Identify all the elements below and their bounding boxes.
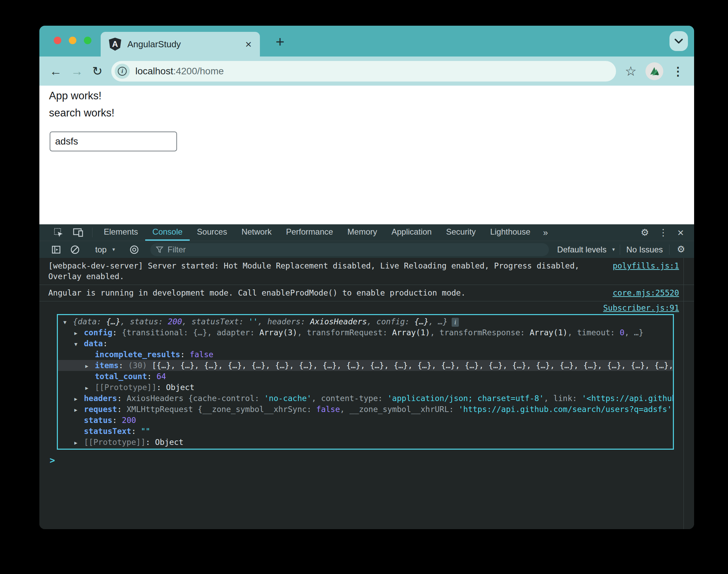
new-tab-button[interactable]: + [276, 33, 285, 50]
object-segment: : [180, 350, 190, 359]
minimize-window-button[interactable] [69, 37, 76, 44]
object-segment: , transformResponse: [430, 328, 530, 337]
object-segment: AxiosHeaders {cache-control: [127, 394, 264, 403]
more-tabs-chevron[interactable]: » [538, 224, 553, 241]
context-dropdown-arrow-icon: ▼ [111, 247, 116, 252]
console-object-line[interactable]: ▶config: {transitional: {…}, adapter: Ar… [58, 327, 673, 338]
close-window-button[interactable] [54, 37, 61, 44]
console-object-line[interactable]: incomplete_results: false [58, 349, 673, 360]
filter-input[interactable] [167, 245, 543, 254]
caret-right-icon[interactable]: ▶ [72, 437, 84, 448]
console-object-line[interactable]: ▶[[Prototype]]: Object [58, 382, 673, 393]
devtools-tab-memory[interactable]: Memory [340, 224, 385, 241]
object-segment: total_count [95, 372, 147, 381]
back-icon[interactable]: ← [50, 65, 62, 77]
console-object-line[interactable]: status: 200 [58, 415, 673, 426]
object-segment: [{…}, {…}, {…}, {…}, {…}, {…}, {…}, {…},… [152, 361, 673, 370]
devtools-tab-elements[interactable]: Elements [97, 224, 145, 241]
devtools-tab-sources[interactable]: Sources [190, 224, 234, 241]
devtools-tab-network[interactable]: Network [234, 224, 279, 241]
console-filter-box[interactable] [150, 243, 549, 256]
profile-avatar[interactable] [645, 62, 663, 80]
url-path: :4200/home [173, 66, 224, 76]
console-message-angular: Angular is running in development mode. … [39, 285, 694, 301]
source-link[interactable]: polyfills.js:1 [613, 261, 679, 271]
scrollbar-track[interactable] [683, 258, 684, 529]
live-expression-eye-icon[interactable] [124, 245, 144, 254]
tab-strip: A AngularStudy × + [39, 26, 694, 57]
devtools-tab-security[interactable]: Security [439, 224, 483, 241]
address-bar[interactable]: i localhost:4200/home [111, 61, 616, 82]
devtools-tab-console[interactable]: Console [145, 224, 190, 241]
object-segment: request [84, 405, 117, 414]
object-segment: XMLHttpRequest {__zone_symbol__xhrSync: [127, 405, 316, 414]
caret-right-icon[interactable]: ▶ [72, 404, 84, 415]
filter-funnel-icon [156, 246, 163, 253]
tab-search-button[interactable] [669, 31, 688, 51]
browser-tab[interactable]: A AngularStudy × [101, 32, 260, 57]
object-segment: , link: [544, 394, 582, 403]
devtools-menu-dots-icon[interactable]: ⋮ [655, 228, 671, 237]
object-segment: 200 [168, 317, 182, 326]
console-message-object: Subscriber.js:91 ▼{data: {…}, status: 20… [39, 301, 694, 450]
caret-down-icon[interactable]: ▼ [61, 317, 73, 327]
page-content: App works! search works! [39, 86, 694, 224]
site-info-button[interactable]: i [115, 64, 130, 79]
caret-right-icon[interactable]: ▶ [72, 328, 84, 338]
object-segment: "" [141, 427, 150, 436]
object-segment: '<https://api.github.com/s [582, 394, 673, 403]
device-toolbar-icon[interactable] [68, 224, 88, 241]
bookmark-star-icon[interactable]: ☆ [625, 64, 637, 79]
console-sidebar-toggle-icon[interactable] [47, 245, 65, 254]
console-object-line[interactable]: statusText: "" [58, 426, 673, 437]
devtools-settings-gear-icon[interactable]: ⚙ [637, 228, 652, 237]
console-toolbar-right: Default levels ▼ No Issues ⚙ [555, 241, 689, 258]
console-object-line[interactable]: total_count: 64 [58, 371, 673, 382]
object-segment: Array(1) [530, 328, 568, 337]
console-prompt-chevron[interactable]: > [39, 450, 694, 465]
object-segment: Array(1) [392, 328, 430, 337]
caret-right-icon[interactable]: ▶ [83, 361, 95, 371]
devtools-close-icon[interactable]: × [674, 227, 687, 238]
console-object-line[interactable]: ▶[[Prototype]]: Object [58, 437, 673, 448]
caret-down-icon[interactable]: ▼ [72, 339, 84, 349]
console-object-line[interactable]: ▼{data: {…}, status: 200, statusText: ''… [58, 316, 673, 327]
console-object-line[interactable]: ▶request: XMLHttpRequest {__zone_symbol_… [58, 404, 673, 415]
clear-console-icon[interactable] [65, 245, 85, 254]
object-segment: false [316, 405, 340, 414]
angular-favicon-icon: A [109, 38, 121, 51]
object-segment: Array(3) [259, 328, 297, 337]
devtools-panel: ElementsConsoleSourcesNetworkPerformance… [39, 224, 694, 529]
console-settings-gear-icon[interactable]: ⚙ [674, 245, 689, 254]
object-segment: : [103, 339, 108, 348]
log-levels-selector[interactable]: Default levels [555, 245, 608, 254]
object-segment: , transformRequest: [297, 328, 392, 337]
console-object-line[interactable]: ▼data: [58, 338, 673, 349]
context-selector[interactable]: top [93, 245, 109, 254]
search-input[interactable] [50, 132, 177, 151]
zoom-window-button[interactable] [84, 37, 91, 44]
console-object-line[interactable]: ▶items: (30) [{…}, {…}, {…}, {…}, {…}, {… [58, 360, 673, 371]
devtools-tab-application[interactable]: Application [384, 224, 439, 241]
browser-menu-icon[interactable]: ⋮ [672, 64, 684, 78]
reload-icon[interactable]: ↻ [92, 65, 102, 77]
object-segment: 200 [122, 416, 136, 425]
issues-counter[interactable]: No Issues [624, 245, 665, 254]
divider [92, 228, 92, 237]
caret-right-icon[interactable]: ▶ [72, 394, 84, 404]
forward-icon[interactable]: → [71, 65, 83, 77]
caret-right-icon[interactable]: ▶ [83, 383, 95, 393]
inspect-element-icon[interactable] [49, 224, 68, 241]
object-segment: AxiosHeaders [310, 317, 367, 326]
devtools-tab-performance[interactable]: Performance [279, 224, 340, 241]
console-object-line[interactable]: ▶headers: AxiosHeaders {cache-control: '… [58, 393, 673, 404]
object-segment: false [190, 350, 213, 359]
source-link[interactable]: core.mjs:25520 [613, 288, 679, 298]
tab-close-icon[interactable]: × [245, 39, 252, 50]
devtools-tabbar: ElementsConsoleSourcesNetworkPerformance… [39, 224, 694, 241]
object-segment: : [112, 328, 122, 337]
url-text: localhost:4200/home [135, 66, 224, 77]
levels-dropdown-arrow-icon: ▼ [611, 247, 616, 252]
source-link[interactable]: Subscriber.js:91 [603, 303, 679, 313]
devtools-tab-lighthouse[interactable]: Lighthouse [483, 224, 537, 241]
